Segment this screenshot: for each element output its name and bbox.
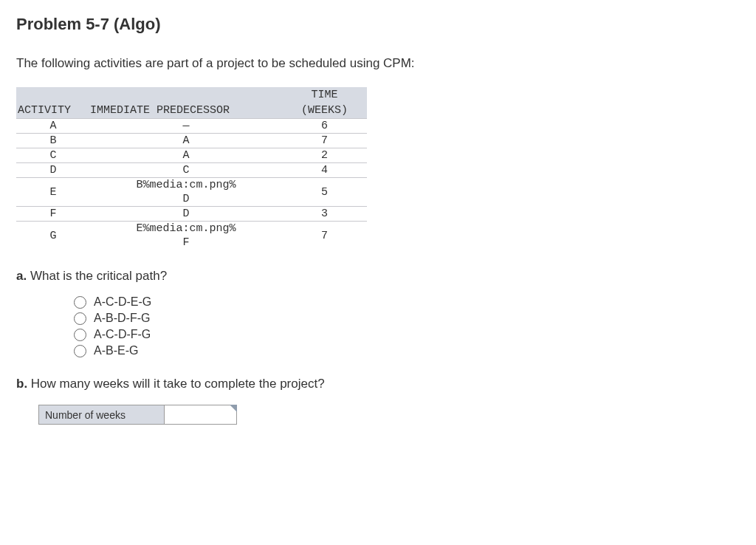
time-cell: 3 xyxy=(282,207,367,222)
time-cell: 6 xyxy=(282,119,367,134)
col-time-header-1: TIME xyxy=(282,87,367,103)
time-cell: 7 xyxy=(282,134,367,148)
radio-option[interactable]: A-C-D-E-G xyxy=(74,295,740,309)
cell-corner-flag-icon xyxy=(230,405,237,412)
table-row: BA7 xyxy=(16,134,367,148)
question-a-text: What is the critical path? xyxy=(30,269,167,283)
radio-icon xyxy=(74,345,86,357)
table-row: EB%media:cm.png%5 xyxy=(16,178,367,193)
activity-cell: F xyxy=(16,207,90,222)
time-cell: 2 xyxy=(282,148,367,163)
col-activity-header: ACTIVITY xyxy=(16,87,90,119)
radio-icon xyxy=(74,312,86,325)
intro-text: The following activities are part of a p… xyxy=(16,56,740,71)
predecessor-cell: C xyxy=(90,163,282,178)
time-cell: 7 xyxy=(282,222,367,250)
activity-cell: C xyxy=(16,148,90,163)
answer-table: Number of weeks xyxy=(38,405,237,425)
weeks-input[interactable] xyxy=(165,406,236,423)
predecessor-cell: E%media:cm.png% xyxy=(90,222,282,236)
table-row: FD3 xyxy=(16,207,367,222)
radio-option[interactable]: A-B-D-F-G xyxy=(74,312,740,325)
activity-table: ACTIVITY IMMEDIATE PREDECESSOR TIME (WEE… xyxy=(16,87,367,250)
option-label: A-B-D-F-G xyxy=(94,312,150,325)
time-cell: 5 xyxy=(282,178,367,207)
table-row: GE%media:cm.png%7 xyxy=(16,222,367,236)
col-predecessor-header: IMMEDIATE PREDECESSOR xyxy=(90,87,282,119)
radio-icon xyxy=(74,329,86,341)
activity-cell: B xyxy=(16,134,90,148)
activity-cell: G xyxy=(16,222,90,250)
predecessor-cell: B%media:cm.png% xyxy=(90,178,282,193)
activity-cell: A xyxy=(16,119,90,134)
question-a: a. What is the critical path? A-C-D-E-GA… xyxy=(16,269,740,357)
weeks-input-label: Number of weeks xyxy=(39,405,165,425)
time-cell: 4 xyxy=(282,163,367,178)
option-label: A-C-D-E-G xyxy=(94,295,151,309)
question-a-label: a. xyxy=(16,269,27,283)
radio-option[interactable]: A-B-E-G xyxy=(74,344,740,357)
question-b-label: b. xyxy=(16,377,27,391)
activity-cell: E xyxy=(16,178,90,207)
predecessor-cell: A xyxy=(90,134,282,148)
page-title: Problem 5-7 (Algo) xyxy=(16,15,740,34)
table-row: DC4 xyxy=(16,163,367,178)
predecessor-cell: F xyxy=(90,236,282,250)
radio-icon xyxy=(74,296,86,309)
question-b: b. How many weeks will it take to comple… xyxy=(16,377,740,391)
predecessor-cell: D xyxy=(90,207,282,222)
table-row: CA2 xyxy=(16,148,367,163)
option-label: A-B-E-G xyxy=(94,344,138,357)
option-label: A-C-D-F-G xyxy=(94,328,151,341)
predecessor-cell: D xyxy=(90,192,282,207)
predecessor-cell: A xyxy=(90,148,282,163)
col-time-header-2: (WEEKS) xyxy=(282,103,367,119)
table-row: A—6 xyxy=(16,119,367,134)
predecessor-cell: — xyxy=(90,119,282,134)
activity-cell: D xyxy=(16,163,90,178)
radio-option[interactable]: A-C-D-F-G xyxy=(74,328,740,341)
question-b-text: How many weeks will it take to complete … xyxy=(31,377,325,391)
